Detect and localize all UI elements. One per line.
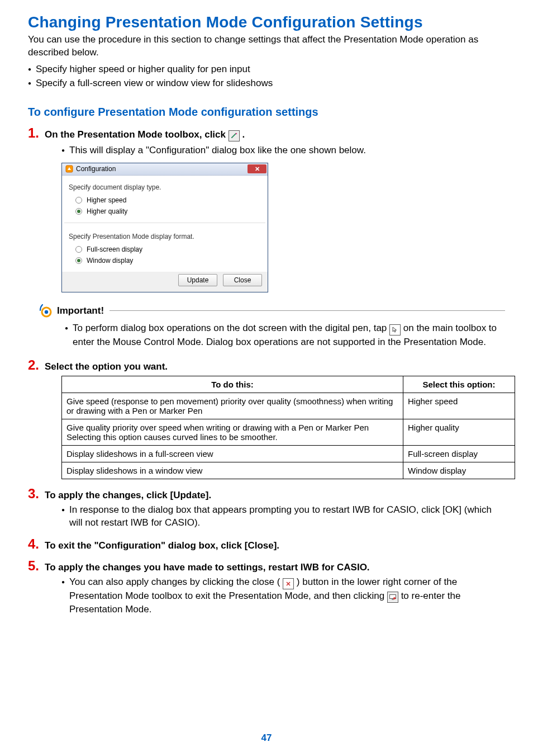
table-row: Display slideshows in a full-screen view… bbox=[62, 445, 515, 462]
radio-icon bbox=[75, 257, 82, 264]
important-body-text: To perform dialog box operations on the … bbox=[65, 322, 505, 349]
configuration-dialog: Configuration ✕ Specify document display… bbox=[61, 163, 268, 292]
step-1-sub-1: This will display a "Configuration" dial… bbox=[61, 144, 505, 157]
radio-icon bbox=[75, 208, 82, 215]
step-4: 4. To exit the "Configuration" dialog bo… bbox=[28, 537, 505, 551]
config-toolbox-icon bbox=[229, 130, 240, 141]
radio-higher-speed-label: Higher speed bbox=[87, 196, 126, 204]
step-5-sub-1: You can also apply changes by clicking t… bbox=[61, 575, 505, 616]
step-5-sub: You can also apply changes by clicking t… bbox=[61, 575, 505, 616]
dialog-close-button[interactable]: ✕ bbox=[248, 164, 266, 173]
table-cell-action: Give speed (response to pen movement) pr… bbox=[62, 393, 403, 419]
radio-full-screen-label: Full-screen display bbox=[87, 245, 142, 253]
radio-icon bbox=[75, 197, 82, 204]
options-table: To do this: Select this option: Give spe… bbox=[61, 376, 515, 479]
intro-bullet-2: Specify a full-screen view or window vie… bbox=[28, 77, 505, 91]
important-label: Important! bbox=[57, 305, 104, 316]
step-5: 5. To apply the changes you have made to… bbox=[28, 559, 505, 573]
table-row: Give quality priority over speed when wr… bbox=[62, 419, 515, 445]
step-5-text: To apply the changes you have made to se… bbox=[45, 562, 370, 573]
important-body-a: To perform dialog box operations on the … bbox=[73, 323, 389, 333]
step-3-sub-1: In response to the dialog box that appea… bbox=[61, 503, 505, 530]
intro-bullet-1: Specify higher speed or higher quality f… bbox=[28, 63, 505, 77]
step-5-number: 5. bbox=[28, 559, 39, 573]
radio-window-display-label: Window display bbox=[87, 257, 133, 264]
dialog-group2-label: Specify Presentation Mode display format… bbox=[69, 233, 262, 240]
page-number: 47 bbox=[0, 733, 533, 744]
dialog-group1-label: Specify document display type. bbox=[69, 183, 262, 191]
important-block: Important! To perform dialog box operati… bbox=[39, 304, 505, 349]
options-header-2: Select this option: bbox=[403, 376, 515, 393]
important-rule bbox=[110, 310, 505, 311]
step-2-text: Select the option you want. bbox=[45, 361, 168, 372]
subheading: To configure Presentation Mode configura… bbox=[28, 106, 505, 119]
table-cell-action: Give quality priority over speed when wr… bbox=[62, 419, 403, 445]
step-5-sub-a: You can also apply changes by clicking t… bbox=[69, 577, 280, 587]
important-icon bbox=[39, 304, 54, 318]
table-cell-option: Higher speed bbox=[403, 393, 515, 419]
table-cell-option: Full-screen display bbox=[403, 445, 515, 462]
radio-higher-quality-label: Higher quality bbox=[87, 207, 127, 215]
step-3: 3. To apply the changes, click [Update]. bbox=[28, 487, 505, 501]
step-1-text: On the Presentation Mode toolbox, click … bbox=[45, 129, 245, 141]
step-3-number: 3. bbox=[28, 487, 39, 500]
step-2: 2. Select the option you want. bbox=[28, 358, 505, 372]
intro-bullets: Specify higher speed or higher quality f… bbox=[28, 63, 505, 90]
radio-higher-speed[interactable]: Higher speed bbox=[68, 195, 262, 206]
step-4-text: To exit the "Configuration" dialog box, … bbox=[45, 540, 279, 551]
step-4-number: 4. bbox=[28, 537, 39, 551]
dialog-title-text: Configuration bbox=[76, 165, 116, 173]
cursor-icon bbox=[389, 324, 401, 336]
radio-icon bbox=[75, 246, 82, 253]
table-cell-option: Window display bbox=[403, 462, 515, 479]
dialog-separator bbox=[64, 223, 265, 228]
radio-window-display[interactable]: Window display bbox=[68, 255, 262, 266]
step-2-number: 2. bbox=[28, 358, 39, 372]
step-1-text-a: On the Presentation Mode toolbox, click bbox=[45, 129, 229, 140]
table-cell-action: Display slideshows in a window view bbox=[62, 462, 403, 479]
step-3-sub: In response to the dialog box that appea… bbox=[61, 503, 505, 530]
svg-point-0 bbox=[236, 133, 237, 134]
close-icon bbox=[283, 578, 294, 589]
table-row: Display slideshows in a window view Wind… bbox=[62, 462, 515, 479]
svg-point-5 bbox=[393, 597, 396, 599]
step-1: 1. On the Presentation Mode toolbox, cli… bbox=[28, 126, 505, 141]
step-1-number: 1. bbox=[28, 126, 39, 140]
options-header-1: To do this: bbox=[62, 376, 403, 393]
dialog-app-icon bbox=[65, 165, 73, 173]
step-3-text: To apply the changes, click [Update]. bbox=[45, 490, 211, 501]
page-title: Changing Presentation Mode Configuration… bbox=[28, 13, 505, 31]
update-button[interactable]: Update bbox=[178, 274, 217, 286]
table-cell-option: Higher quality bbox=[403, 419, 515, 445]
table-cell-action: Display slideshows in a full-screen view bbox=[62, 445, 403, 462]
step-1-sub: This will display a "Configuration" dial… bbox=[61, 144, 505, 157]
radio-full-screen[interactable]: Full-screen display bbox=[68, 244, 262, 255]
presentation-mode-icon bbox=[387, 592, 398, 603]
intro-paragraph: You can use the procedure in this sectio… bbox=[28, 34, 505, 59]
svg-point-3 bbox=[45, 310, 48, 314]
table-row: Give speed (response to pen movement) pr… bbox=[62, 393, 515, 419]
dialog-titlebar: Configuration ✕ bbox=[62, 163, 268, 176]
radio-higher-quality[interactable]: Higher quality bbox=[68, 206, 262, 217]
close-button[interactable]: Close bbox=[223, 274, 262, 286]
step-1-text-b: . bbox=[242, 129, 245, 140]
